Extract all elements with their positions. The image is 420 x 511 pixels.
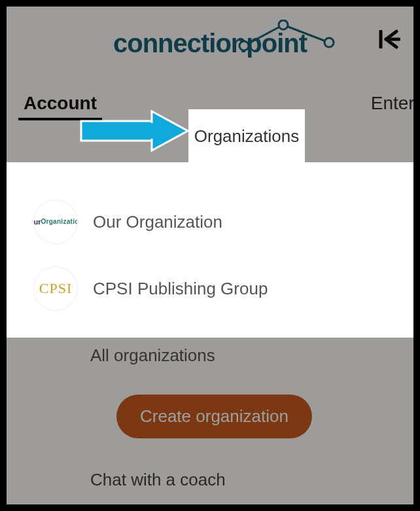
organizations-dropdown: Our Organization Our Organization CPSI C…: [7, 162, 413, 338]
dropdown-caret-icon: [239, 153, 260, 164]
organization-name: Our Organization: [93, 212, 222, 232]
svg-marker-8: [152, 111, 188, 150]
app-header: connectionpoint: [7, 7, 413, 72]
below-section: All organizations Create organization Ch…: [7, 322, 413, 490]
collapse-icon: [378, 28, 400, 50]
logo-graph-icon: [237, 20, 342, 52]
chat-with-coach-link[interactable]: Chat with a coach: [90, 470, 386, 490]
organization-avatar: Our Organization: [34, 200, 77, 243]
svg-point-3: [279, 20, 288, 29]
svg-point-2: [239, 41, 249, 50]
brand-part1: connection: [113, 29, 246, 58]
organization-item[interactable]: CPSI CPSI Publishing Group: [34, 255, 386, 322]
svg-rect-9: [83, 123, 154, 139]
tab-enterprise[interactable]: Enterprise: [366, 84, 413, 124]
collapse-sidebar-button[interactable]: [378, 28, 400, 50]
tab-organizations-label: Organizations: [194, 126, 299, 147]
svg-line-0: [244, 25, 283, 46]
annotation-arrow-icon: [80, 108, 191, 154]
svg-point-4: [324, 38, 334, 47]
organization-item[interactable]: Our Organization Our Organization: [34, 188, 386, 255]
create-organization-button[interactable]: Create organization: [116, 395, 312, 438]
organization-name: CPSI Publishing Group: [93, 279, 268, 299]
svg-line-1: [283, 25, 329, 43]
organization-avatar: CPSI: [34, 267, 77, 310]
all-organizations-label[interactable]: All organizations: [90, 345, 386, 366]
brand-logo: connectionpoint: [113, 29, 307, 58]
